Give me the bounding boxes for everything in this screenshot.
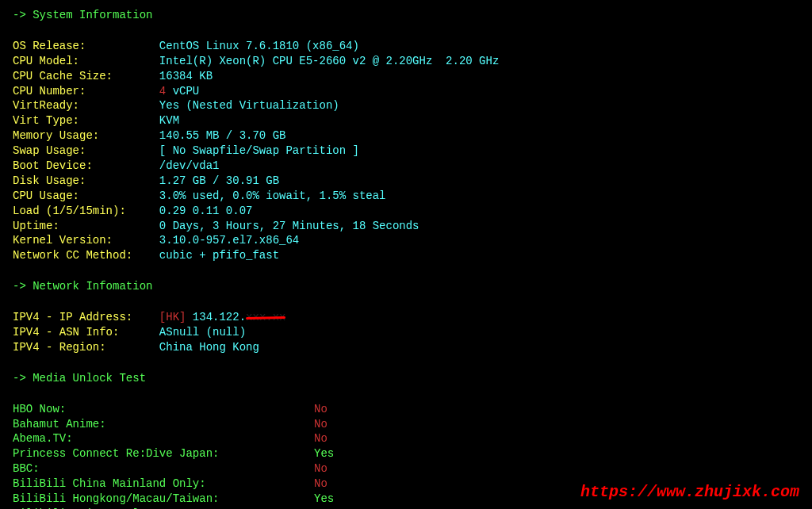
redaction-strike-icon bbox=[246, 316, 285, 320]
label-cpu-cache: CPU Cache Size: bbox=[13, 70, 159, 82]
media-label: BBC: bbox=[13, 461, 314, 476]
media-row: Abema.TV:No bbox=[13, 431, 799, 446]
row-uptime: Uptime: 0 Days, 3 Hours, 27 Minutes, 18 … bbox=[13, 219, 799, 234]
media-label: Abema.TV: bbox=[13, 431, 314, 446]
row-memory: Memory Usage: 140.55 MB / 3.70 GB bbox=[13, 128, 799, 144]
row-kernel: Kernel Version: 3.10.0-957.el7.x86_64 bbox=[13, 233, 799, 248]
media-row: Princess Connect Re:Dive Japan:Yes bbox=[13, 446, 799, 461]
row-virtready: VirtReady: Yes (Nested Virtualization) bbox=[13, 98, 799, 113]
row-cc-method: Network CC Method: cubic + pfifo_fast bbox=[13, 248, 799, 263]
label-cpu-number: CPU Number: bbox=[13, 85, 159, 98]
media-label: Princess Connect Re:Dive Japan: bbox=[13, 446, 314, 461]
value-ip-tag: [HK] bbox=[159, 311, 186, 323]
media-label: HBO Now: bbox=[13, 402, 314, 417]
value-kernel: 3.10.0-957.el7.x86_64 bbox=[159, 234, 299, 247]
label-ip-address: IPV4 - IP Address: bbox=[13, 311, 159, 323]
row-cpu-cache: CPU Cache Size: 16384 KB bbox=[13, 69, 799, 84]
row-disk: Disk Usage: 1.27 GB / 30.91 GB bbox=[13, 174, 799, 189]
value-cpu-model: Intel(R) Xeon(R) CPU E5-2660 v2 @ 2.20GH… bbox=[159, 55, 499, 67]
section-network-info: -> Network Infomation bbox=[13, 279, 799, 294]
media-value: Yes bbox=[314, 446, 334, 461]
row-asn: IPV4 - ASN Info: ASnull (null) bbox=[13, 325, 799, 340]
row-virttype: Virt Type: KVM bbox=[13, 113, 799, 128]
row-cpu-usage: CPU Usage: 3.0% used, 0.0% iowait, 1.5% … bbox=[13, 189, 799, 204]
label-boot: Boot Device: bbox=[13, 159, 159, 172]
label-cpu-model: CPU Model: bbox=[13, 55, 159, 67]
label-cc-method: Network CC Method: bbox=[13, 249, 159, 262]
media-row: BBC:No bbox=[13, 461, 799, 476]
value-cpu-cache: 16384 KB bbox=[159, 70, 213, 82]
value-os-release: CentOS Linux 7.6.1810 (x86_64) bbox=[159, 40, 359, 52]
media-label: BiliBili Hongkong/Macau/Taiwan: bbox=[13, 492, 314, 507]
media-row: Bahamut Anime:No bbox=[13, 417, 799, 432]
row-ip-address: IPV4 - IP Address: [HK] 134.122.xxx.xx bbox=[13, 310, 799, 325]
section-media-unlock: -> Media Unlock Test bbox=[13, 371, 799, 386]
row-region: IPV4 - Region: China Hong Kong bbox=[13, 340, 799, 355]
label-uptime: Uptime: bbox=[13, 220, 159, 232]
row-cpu-number: CPU Number: 4 vCPU bbox=[13, 84, 799, 99]
section-system-info: -> System Information bbox=[13, 8, 799, 23]
value-region: China Hong Kong bbox=[159, 341, 259, 354]
value-virttype: KVM bbox=[159, 114, 179, 127]
media-value: No bbox=[314, 402, 327, 417]
label-memory: Memory Usage: bbox=[13, 129, 159, 142]
media-label: BiliBili China Mainland Only: bbox=[13, 476, 314, 492]
media-row: HBO Now:No bbox=[13, 402, 799, 417]
row-os-release: OS Release: CentOS Linux 7.6.1810 (x86_6… bbox=[13, 39, 799, 54]
value-asn: ASnull (null) bbox=[159, 326, 246, 339]
label-virttype: Virt Type: bbox=[13, 114, 159, 127]
label-load: Load (1/5/15min): bbox=[13, 205, 159, 217]
value-cc-method: cubic + pfifo_fast bbox=[159, 249, 279, 262]
row-swap: Swap Usage: [ No Swapfile/Swap Partition… bbox=[13, 144, 799, 159]
label-kernel: Kernel Version: bbox=[13, 234, 159, 247]
media-value: No bbox=[314, 417, 327, 432]
value-boot: /dev/vda1 bbox=[159, 159, 220, 172]
value-swap: [ No Swapfile/Swap Partition ] bbox=[159, 144, 359, 157]
label-disk: Disk Usage: bbox=[13, 174, 159, 187]
value-cpu-unit: vCPU bbox=[166, 85, 199, 98]
watermark-url: https://www.zhujixk.com bbox=[580, 481, 799, 503]
label-asn: IPV4 - ASN Info: bbox=[13, 326, 159, 339]
value-ip-visible: 134.122. bbox=[186, 311, 246, 323]
value-load: 0.29 0.11 0.07 bbox=[159, 205, 253, 217]
label-cpu-usage: CPU Usage: bbox=[13, 189, 159, 202]
label-os-release: OS Release: bbox=[13, 40, 159, 52]
value-memory: 140.55 MB / 3.70 GB bbox=[159, 129, 286, 142]
media-value: No bbox=[314, 461, 327, 476]
media-label: Bahamut Anime: bbox=[13, 417, 314, 432]
value-cpu-count: 4 bbox=[159, 85, 166, 98]
value-cpu-usage: 3.0% used, 0.0% iowait, 1.5% steal bbox=[159, 189, 386, 202]
media-value: No bbox=[314, 476, 327, 492]
row-cpu-model: CPU Model: Intel(R) Xeon(R) CPU E5-2660 … bbox=[13, 54, 799, 69]
media-value: Yes bbox=[314, 492, 334, 507]
ip-redacted: xxx.xx bbox=[246, 310, 285, 325]
label-virtready: VirtReady: bbox=[13, 99, 159, 112]
label-swap: Swap Usage: bbox=[13, 144, 159, 157]
value-uptime: 0 Days, 3 Hours, 27 Minutes, 18 Seconds bbox=[159, 220, 419, 232]
media-value: No bbox=[314, 431, 327, 446]
value-virtready: Yes (Nested Virtualization) bbox=[159, 99, 339, 112]
row-load: Load (1/5/15min): 0.29 0.11 0.07 bbox=[13, 204, 799, 219]
value-disk: 1.27 GB / 30.91 GB bbox=[159, 174, 279, 187]
label-region: IPV4 - Region: bbox=[13, 341, 159, 354]
row-boot: Boot Device: /dev/vda1 bbox=[13, 159, 799, 174]
